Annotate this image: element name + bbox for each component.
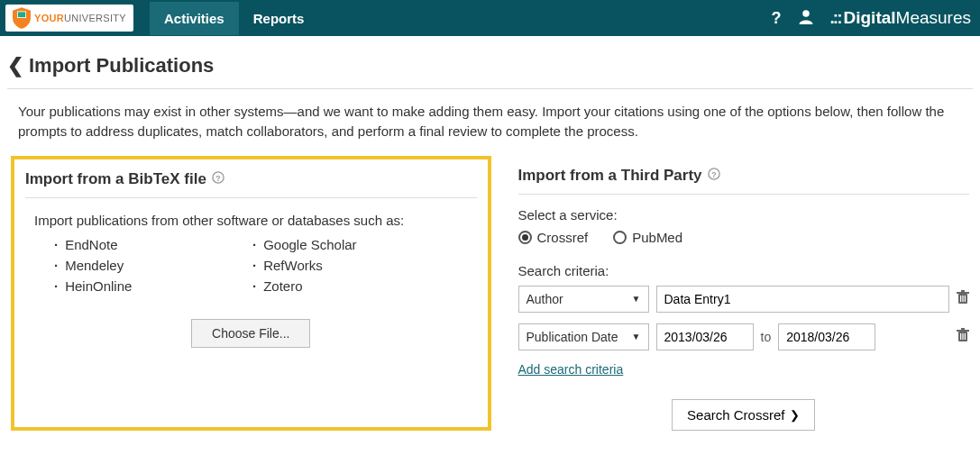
- svg-rect-12: [965, 296, 966, 302]
- intro-text: Your publications may exist in other sys…: [7, 89, 973, 156]
- page-body: ❮ Import Publications Your publications …: [0, 36, 980, 452]
- svg-text:?: ?: [215, 174, 220, 183]
- chevron-right-icon: ❯: [790, 408, 800, 422]
- delete-criteria-icon[interactable]: [957, 290, 969, 308]
- thirdparty-panel: Import from a Third Party ? Select a ser…: [518, 156, 970, 431]
- svg-rect-18: [965, 333, 966, 340]
- bibtex-title: Import from a BibTeX file ?: [25, 167, 477, 198]
- svg-rect-11: [962, 296, 963, 302]
- thirdparty-title: Import from a Third Party ?: [518, 163, 970, 195]
- list-item: RefWorks: [252, 258, 451, 273]
- page-title: Import Publications: [29, 54, 214, 77]
- date-from-input[interactable]: [656, 323, 754, 350]
- svg-text:?: ?: [711, 170, 716, 179]
- bibtex-help-icon[interactable]: ?: [212, 171, 224, 187]
- search-crossref-button[interactable]: Search Crossref ❯: [672, 399, 815, 431]
- help-icon[interactable]: ?: [772, 9, 782, 28]
- svg-rect-14: [957, 330, 969, 332]
- svg-rect-16: [960, 333, 961, 340]
- main-nav: Activities Reports: [150, 2, 318, 35]
- select-value: Author: [527, 292, 563, 306]
- list-item: Google Scholar: [252, 237, 451, 252]
- service-crossref[interactable]: Crossref: [518, 230, 589, 245]
- list-item: HeinOnline: [54, 278, 252, 294]
- delete-criteria-icon[interactable]: [957, 328, 969, 346]
- bibtex-panel: Import from a BibTeX file ? Import publi…: [11, 156, 491, 431]
- columns: Import from a BibTeX file ? Import publi…: [7, 156, 973, 431]
- dm-brand: .:: DigitalMeasures: [830, 8, 971, 28]
- svg-rect-8: [957, 292, 969, 294]
- svg-rect-15: [961, 328, 965, 330]
- radio-icon: [613, 231, 627, 244]
- choose-file-button[interactable]: Choose File...: [191, 319, 310, 348]
- nav-activities[interactable]: Activities: [150, 2, 239, 35]
- select-service-label: Select a service:: [518, 207, 970, 223]
- brand-measures: Measures: [896, 8, 971, 28]
- app-header: YOURUNIVERSITY Activities Reports ? .:: …: [0, 0, 980, 36]
- shield-icon: [13, 7, 31, 29]
- date-to-input[interactable]: [778, 323, 875, 350]
- criteria-value-input[interactable]: [656, 286, 950, 313]
- svg-point-2: [802, 10, 810, 17]
- svg-rect-9: [961, 290, 965, 292]
- nav-reports[interactable]: Reports: [239, 2, 319, 35]
- service-pubmed[interactable]: PubMed: [613, 230, 682, 245]
- add-criteria-link[interactable]: Add search criteria: [518, 362, 624, 377]
- org-logo[interactable]: YOURUNIVERSITY: [5, 5, 133, 32]
- service-radio-group: Crossref PubMed: [518, 230, 970, 245]
- svg-rect-1: [18, 12, 25, 17]
- criteria-field-select[interactable]: Author ▼: [518, 286, 649, 313]
- thirdparty-title-text: Import from a Third Party: [518, 167, 702, 185]
- radio-icon: [518, 231, 532, 244]
- caret-down-icon: ▼: [632, 332, 641, 341]
- criteria-row-date: Publication Date ▼ to: [518, 323, 970, 350]
- thirdparty-help-icon[interactable]: ?: [708, 168, 720, 183]
- search-btn-label: Search Crossref: [687, 407, 784, 423]
- user-icon[interactable]: [798, 8, 814, 28]
- bibtex-lists: EndNote Mendeley HeinOnline Google Schol…: [54, 237, 477, 299]
- svg-rect-17: [962, 333, 963, 340]
- page-title-row: ❮ Import Publications: [7, 49, 973, 89]
- list-item: Mendeley: [54, 258, 252, 273]
- logo-text-university: UNIVERSITY: [64, 13, 126, 23]
- bibtex-desc: Import publications from other software …: [34, 213, 477, 228]
- list-item: EndNote: [54, 237, 252, 252]
- select-value: Publication Date: [527, 330, 618, 344]
- list-item: Zotero: [252, 278, 451, 294]
- logo-text-your: YOUR: [34, 13, 64, 23]
- to-label: to: [761, 330, 772, 344]
- brand-dots-icon: .::: [830, 8, 841, 28]
- back-chevron-icon[interactable]: ❮: [7, 54, 23, 77]
- radio-label: PubMed: [632, 230, 682, 245]
- criteria-row-author: Author ▼: [518, 286, 970, 313]
- brand-digital: Digital: [844, 8, 896, 28]
- criteria-field-select[interactable]: Publication Date ▼: [518, 323, 649, 350]
- radio-label: Crossref: [537, 230, 589, 245]
- bibtex-title-text: Import from a BibTeX file: [25, 170, 206, 188]
- criteria-label: Search criteria:: [518, 263, 970, 278]
- caret-down-icon: ▼: [632, 294, 641, 304]
- svg-rect-10: [960, 296, 961, 302]
